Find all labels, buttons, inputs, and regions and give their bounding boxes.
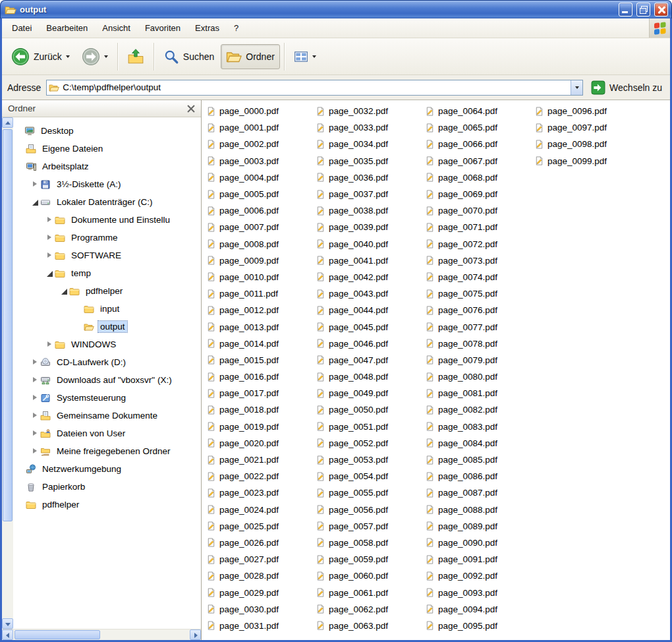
tree-item-cd-laufwerk-d[interactable]: CD-Laufwerk (D:) [13, 353, 201, 371]
file-item[interactable]: page_0036.pdf [316, 169, 425, 186]
tree-item-downloads-auf-vboxsvr-x[interactable]: Downloads auf "vboxsvr" (X:) [13, 371, 201, 389]
file-item[interactable]: page_0077.pdf [425, 318, 534, 335]
collapse-icon[interactable] [30, 197, 40, 207]
file-item[interactable]: page_0038.pdf [316, 202, 425, 219]
menu-extras[interactable]: Extras [188, 20, 227, 36]
menu-favoriten[interactable]: Favoriten [138, 20, 188, 36]
file-item[interactable]: page_0048.pdf [316, 368, 425, 385]
file-item[interactable]: page_0030.pdf [206, 601, 316, 618]
tree-horizontal-scrollbar[interactable] [2, 629, 201, 640]
file-item[interactable]: page_0061.pdf [316, 584, 425, 600]
tree-item-systemsteuerung[interactable]: Systemsteuerung [13, 389, 201, 407]
tree-item-software[interactable]: SOFTWARE [13, 247, 201, 264]
file-item[interactable]: page_0074.pdf [425, 269, 534, 285]
file-item[interactable]: page_0034.pdf [316, 136, 425, 152]
views-button[interactable] [289, 45, 322, 69]
file-item[interactable]: page_0079.pdf [425, 352, 534, 368]
tree-vertical-scrollbar[interactable] [2, 117, 13, 629]
expand-icon[interactable] [45, 339, 55, 349]
scroll-left-button[interactable] [2, 629, 13, 640]
tree-item-desktop[interactable]: Desktop [13, 122, 201, 140]
file-item[interactable]: page_0099.pdf [534, 153, 644, 169]
forward-dropdown-icon[interactable] [104, 55, 108, 58]
file-item[interactable]: page_0022.pdf [206, 468, 316, 484]
file-item[interactable]: page_0071.pdf [425, 219, 534, 235]
file-item[interactable]: page_0082.pdf [425, 401, 534, 418]
file-item[interactable]: page_0072.pdf [425, 236, 534, 252]
file-item[interactable]: page_0093.pdf [425, 584, 534, 600]
tree-item-windows[interactable]: WINDOWS [13, 336, 201, 353]
file-item[interactable]: page_0096.pdf [534, 103, 644, 119]
address-dropdown-button[interactable] [571, 80, 582, 95]
file-item[interactable]: page_0014.pdf [206, 336, 316, 352]
forward-button[interactable] [76, 43, 113, 71]
file-item[interactable]: page_0086.pdf [425, 468, 534, 484]
file-item[interactable]: page_0094.pdf [425, 601, 534, 618]
file-item[interactable]: page_0025.pdf [206, 518, 316, 535]
expand-icon[interactable] [30, 446, 40, 456]
file-item[interactable]: page_0013.pdf [206, 318, 316, 335]
expand-icon[interactable] [30, 357, 40, 367]
file-item[interactable]: page_0063.pdf [316, 618, 425, 634]
tree-item-pdfhelper[interactable]: pdfhelper [13, 282, 201, 300]
tree-item-netzwerkumgebung[interactable]: Netzwerkumgebung [13, 460, 201, 478]
file-item[interactable]: page_0098.pdf [534, 136, 644, 152]
search-button[interactable]: Suchen [158, 44, 219, 69]
minimize-button[interactable] [619, 3, 632, 16]
file-item[interactable]: page_0062.pdf [316, 601, 425, 618]
file-item[interactable]: page_0047.pdf [316, 352, 425, 368]
file-item[interactable]: page_0016.pdf [206, 368, 316, 385]
menu-datei[interactable]: Datei [5, 20, 39, 36]
expand-icon[interactable] [30, 411, 40, 421]
file-item[interactable]: page_0078.pdf [425, 336, 534, 352]
file-item[interactable]: page_0019.pdf [206, 419, 316, 435]
file-item[interactable]: page_0049.pdf [316, 385, 425, 401]
close-button[interactable] [654, 3, 668, 16]
file-item[interactable]: page_0066.pdf [425, 136, 534, 152]
file-item[interactable]: page_0095.pdf [425, 618, 534, 634]
file-item[interactable]: page_0097.pdf [534, 119, 644, 136]
tree-item-eigene-dateien[interactable]: Eigene Dateien [13, 140, 201, 158]
file-item[interactable]: page_0028.pdf [206, 568, 316, 584]
file-item[interactable]: page_0027.pdf [206, 551, 316, 568]
maximize-button[interactable] [636, 3, 650, 16]
file-item[interactable]: page_0043.pdf [316, 285, 425, 302]
file-item[interactable]: page_0050.pdf [316, 401, 425, 418]
up-button[interactable] [122, 44, 150, 70]
file-item[interactable]: page_0037.pdf [316, 186, 425, 202]
file-item[interactable]: page_0069.pdf [425, 186, 534, 202]
file-item[interactable]: page_0007.pdf [206, 219, 316, 235]
close-folder-pane-button[interactable] [187, 105, 195, 113]
file-item[interactable]: page_0042.pdf [316, 269, 425, 285]
file-item[interactable]: page_0024.pdf [206, 502, 316, 518]
file-item[interactable]: page_0005.pdf [206, 186, 316, 202]
tree-item-papierkorb[interactable]: Papierkorb [13, 478, 201, 496]
tree-item-pdfhelper[interactable]: pdfhelper [13, 496, 201, 513]
file-item[interactable]: page_0055.pdf [316, 484, 425, 501]
file-item[interactable]: page_0060.pdf [316, 568, 425, 584]
scroll-track[interactable] [13, 629, 190, 640]
back-button[interactable]: Zurück [6, 43, 75, 71]
expand-icon[interactable] [45, 215, 55, 225]
go-button[interactable]: Wechseln zu [588, 79, 665, 96]
file-item[interactable]: page_0065.pdf [425, 119, 534, 136]
file-item[interactable]: page_0045.pdf [316, 318, 425, 335]
file-item[interactable]: page_0041.pdf [316, 252, 425, 269]
file-item[interactable]: page_0088.pdf [425, 502, 534, 518]
file-item[interactable]: page_0051.pdf [316, 419, 425, 435]
file-item[interactable]: page_0029.pdf [206, 584, 316, 600]
file-item[interactable]: page_0009.pdf [206, 252, 316, 269]
file-item[interactable]: page_0033.pdf [316, 119, 425, 136]
file-item[interactable]: page_0023.pdf [206, 484, 316, 501]
file-item[interactable]: page_0018.pdf [206, 401, 316, 418]
menu-help[interactable]: ? [227, 20, 246, 36]
file-item[interactable]: page_0076.pdf [425, 302, 534, 318]
file-item[interactable]: page_0021.pdf [206, 452, 316, 468]
file-item[interactable]: page_0068.pdf [425, 169, 534, 186]
tree-item-3-diskette-a[interactable]: 3½-Diskette (A:) [13, 175, 201, 193]
file-item[interactable]: page_0008.pdf [206, 236, 316, 252]
expand-icon[interactable] [45, 250, 55, 260]
file-item[interactable]: page_0090.pdf [425, 535, 534, 551]
file-item[interactable]: page_0073.pdf [425, 252, 534, 269]
tree-item-meine-freigegebenen-ordner[interactable]: Meine freigegebenen Ordner [13, 442, 201, 460]
